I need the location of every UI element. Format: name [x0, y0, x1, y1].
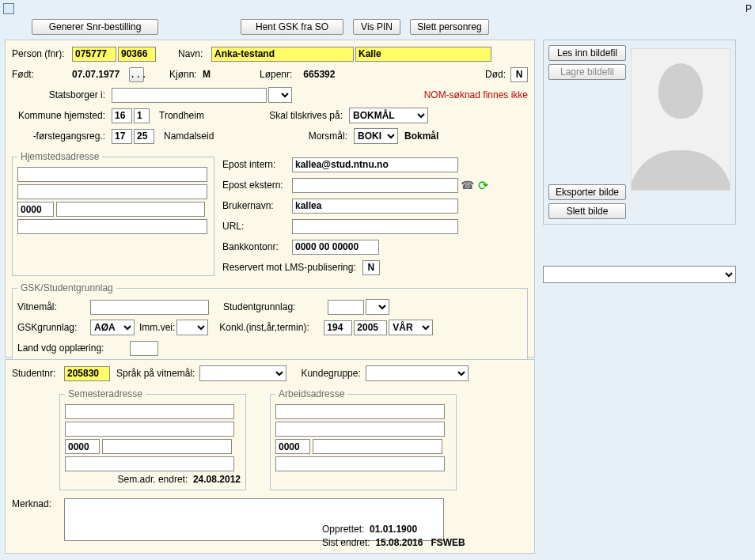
silhouette-body-icon [631, 150, 730, 191]
konkl-inst-input[interactable] [324, 320, 352, 335]
brukernavn-input[interactable] [292, 199, 458, 214]
statsborger-select[interactable] [268, 87, 292, 103]
student-panel: Studentnr: Språk på vitnemål: Kundegrupp… [5, 359, 535, 554]
fnr2-input[interactable] [118, 47, 156, 62]
slett-personreg-button[interactable]: Slett personreg [410, 19, 489, 35]
lagre-bildefil-button[interactable]: Lagre bildefil [548, 64, 626, 80]
generer-snr-button[interactable]: Generer Snr-bestilling [32, 19, 158, 35]
semadr-fieldset: Semesteradresse Sem.adr. endret: 24.08.2… [59, 388, 246, 490]
sem-adr2-input[interactable] [65, 422, 234, 437]
gskgrunnlag-select[interactable]: AØA [90, 320, 135, 335]
konkl-ar-input[interactable] [354, 320, 387, 335]
kommune1-input[interactable] [112, 108, 132, 123]
sprak-select[interactable] [199, 365, 286, 381]
vis-pin-button[interactable]: Vis PIN [353, 19, 400, 35]
reservert-label: Reservert mot LMS-publisering: [222, 262, 356, 273]
refresh-icon[interactable]: ⟳ [476, 178, 490, 192]
fodt-label: Født: [12, 69, 70, 80]
hent-gsk-button[interactable]: Hent GSK fra SO [241, 19, 343, 35]
arb-poststed-input[interactable] [313, 439, 442, 454]
hjem-adr1-input[interactable] [17, 167, 207, 182]
vitnemal-label: Vitnemål: [17, 301, 89, 312]
gsk-fieldset: GSK/Studentgrunnlag Vitnemål: Studentgru… [12, 282, 528, 365]
hjem-adr2-input[interactable] [17, 184, 207, 199]
kommune-navn: Trondheim [159, 110, 246, 121]
semadr-endret-value: 24.08.2012 [193, 474, 241, 485]
tilskrives-select[interactable]: BOKMÅL [349, 108, 428, 123]
kommune2-input[interactable] [134, 108, 150, 123]
navn-label: Navn: [178, 48, 210, 59]
konkl-termin-select[interactable]: VÅR [389, 320, 433, 335]
kjonn-label: Kjønn: [169, 69, 201, 80]
sem-adr4-input[interactable] [65, 456, 234, 471]
vitnemal-input[interactable] [90, 300, 209, 315]
statsborger-label: Statsborger i: [12, 89, 110, 100]
tilskrives-label: Skal tilskrives på: [248, 110, 343, 121]
eksporter-bilde-button[interactable]: Eksporter bilde [548, 184, 626, 200]
studentgrunnlag-select[interactable] [366, 299, 389, 315]
photo-placeholder [631, 48, 730, 191]
kommune-label: Kommune hjemsted: [12, 110, 110, 121]
hjem-postnr-input[interactable] [17, 202, 54, 217]
bankkonto-input[interactable] [292, 240, 379, 255]
forstegang1-input[interactable] [112, 129, 132, 144]
hjem-poststed-input[interactable] [56, 202, 205, 217]
reservert-input[interactable] [362, 260, 380, 275]
arbadr-legend: Arbeidsadresse [275, 388, 347, 399]
dod-input[interactable] [510, 67, 528, 82]
contact-icon[interactable]: ☎ [460, 178, 474, 192]
forstegang2-input[interactable] [134, 129, 154, 144]
fodt-value: 07.07.1977 [72, 69, 127, 80]
studentgrunnlag-input[interactable] [328, 300, 364, 315]
forstegang-label: -førstegangsreg.: [12, 131, 110, 142]
photo-pane: Les inn bildefil Lagre bildefil Eksporte… [543, 40, 749, 283]
opprettet2-label: Opprettet: [322, 523, 364, 536]
arb-postnr-input[interactable] [275, 439, 310, 454]
merknad-label: Merknad: [12, 498, 63, 509]
sem-postnr-input[interactable] [65, 439, 100, 454]
fnr1-input[interactable] [72, 47, 116, 62]
fodt-browse-button[interactable]: ... [129, 67, 144, 82]
nom-soknad-text: NOM-søknad finnes ikke [424, 89, 528, 100]
url-label: URL: [222, 221, 290, 232]
studentnr-label: Studentnr: [12, 368, 63, 379]
opprettet2-value: 01.01.1900 [370, 524, 417, 535]
epost-intern-label: Epost intern: [222, 159, 290, 170]
morsmal-full: Bokmål [404, 131, 438, 142]
epost-ekstern-input[interactable] [292, 178, 458, 193]
immvei-select[interactable] [176, 320, 208, 335]
sem-poststed-input[interactable] [102, 439, 232, 454]
kundegruppe-select[interactable] [366, 365, 469, 381]
lopenr-label: Løpenr: [260, 69, 292, 80]
konkl-label: Konkl.(inst,år,termin): [219, 322, 322, 333]
studentgrunnlag-label: Studentgrunnlag: [223, 301, 326, 312]
fornavn-input[interactable] [355, 47, 491, 62]
titlebar-right: P [746, 3, 752, 14]
landvdg-input[interactable] [130, 341, 158, 356]
semadr-legend: Semesteradresse [65, 388, 146, 399]
fnr-label: Person (fnr): [12, 48, 70, 59]
url-input[interactable] [292, 219, 458, 234]
epost-intern-input[interactable] [292, 157, 458, 172]
kundegruppe-label: Kundegruppe: [301, 368, 360, 379]
statsborger-input[interactable] [112, 88, 267, 103]
lopenr-value: 665392 [303, 69, 335, 80]
hjem-adr4-input[interactable] [17, 219, 207, 234]
arb-adr4-input[interactable] [275, 456, 445, 471]
studentnr-input[interactable] [64, 366, 110, 381]
window-icon [3, 3, 14, 14]
morsmal-select[interactable]: BOKI [354, 128, 398, 144]
semadr-endret-label: Sem.adr. endret: [118, 474, 188, 485]
right-big-select[interactable] [543, 266, 736, 283]
person-panel: Person (fnr): Navn: Født: 07.07.1977 ...… [5, 40, 535, 358]
bankkonto-label: Bankkontonr: [222, 241, 290, 252]
arb-adr2-input[interactable] [275, 422, 445, 437]
slett-bilde-button[interactable]: Slett bilde [548, 203, 626, 219]
arb-adr1-input[interactable] [275, 404, 445, 419]
epost-ekstern-label: Epost ekstern: [222, 180, 290, 191]
sprak-label: Språk på vitnemål: [116, 368, 195, 379]
les-inn-bildefil-button[interactable]: Les inn bildefil [548, 45, 626, 61]
dod-label: Død: [485, 69, 506, 80]
etternavn-input[interactable] [211, 47, 354, 62]
sem-adr1-input[interactable] [65, 404, 234, 419]
